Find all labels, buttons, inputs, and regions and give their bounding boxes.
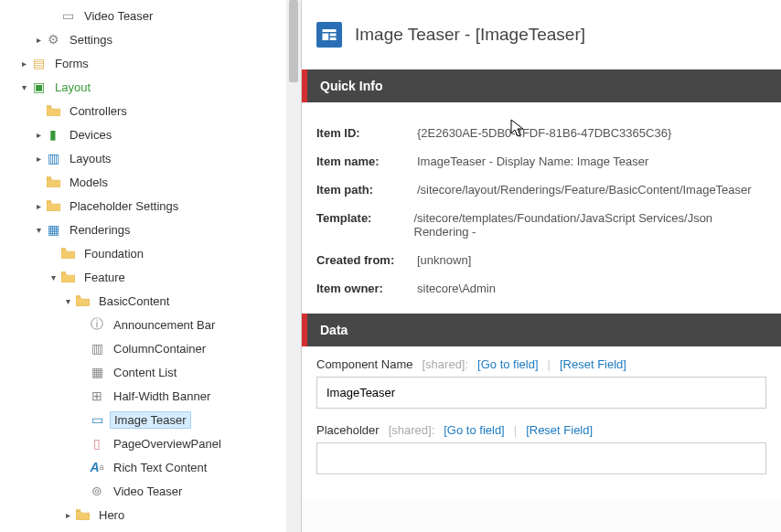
tree-item-column-container[interactable]: ▸▥ColumnContainer (0, 336, 301, 360)
tree-item-navigation[interactable]: ▸Navigation (0, 527, 301, 532)
page-title: Image Teaser - [ImageTeaser] (355, 25, 585, 45)
qi-value-created-from[interactable]: [unknown] (417, 253, 471, 267)
info-icon: ⓘ (90, 317, 104, 332)
tree-item-foundation[interactable]: ▸Foundation (0, 241, 301, 265)
qi-value-item-id[interactable]: {2E2630AE-5DB0-4FDF-81B6-47DBC3365C36} (417, 126, 671, 140)
quick-info-body: Item ID:{2E2630AE-5DB0-4FDF-81B6-47DBC33… (302, 102, 781, 314)
header-icon (316, 22, 342, 48)
folder-icon (46, 103, 60, 118)
tree-label: Controllers (66, 103, 131, 119)
go-to-field-link[interactable]: [Go to field] (444, 423, 504, 437)
field-placeholder: Placeholder [shared]: [Go to field] | [R… (316, 423, 766, 474)
tree-item-hero[interactable]: ▸Hero (0, 503, 301, 527)
folder-icon (75, 293, 90, 308)
scrollbar-thumb[interactable] (289, 0, 298, 82)
tree-item-settings[interactable]: ▸⚙Settings (0, 27, 301, 51)
tree-item-layout[interactable]: ▾▣Layout (0, 75, 301, 99)
qi-label-item-name: Item name: (316, 154, 417, 168)
tree-item-half-width-banner[interactable]: ▸⊞Half-Width Banner (0, 384, 301, 408)
collapse-toggle[interactable]: ▾ (48, 271, 59, 282)
tree-item-devices[interactable]: ▸▮Devices (0, 122, 301, 146)
field-label: Placeholder (316, 423, 380, 437)
expand-toggle[interactable]: ▸ (33, 200, 44, 211)
tree-label: ColumnContainer (110, 341, 209, 356)
tree-item-forms[interactable]: ▸▤Forms (0, 51, 301, 75)
video-icon: ⊚ (90, 484, 104, 498)
reset-field-link[interactable]: [Reset Field] (560, 357, 626, 371)
folder-icon (46, 175, 60, 189)
tree-label: Rich Text Content (110, 460, 210, 475)
qi-value-template[interactable]: /sitecore/templates/Foundation/JavaScrip… (414, 211, 767, 239)
qi-value-item-name[interactable]: ImageTeaser - Display Name: Image Teaser (417, 154, 648, 168)
shared-tag: [shared]: (389, 423, 435, 437)
expand-toggle[interactable]: ▸ (33, 34, 44, 45)
tree-item-placeholder-settings[interactable]: ▸Placeholder Settings (0, 194, 301, 218)
tree-item-page-overview-panel[interactable]: ▸▯PageOverviewPanel (0, 431, 301, 455)
qi-label-item-owner: Item owner: (316, 282, 417, 295)
qi-label-item-path: Item path: (316, 183, 417, 197)
grid-icon: ▦ (90, 365, 104, 379)
tree-item-controllers[interactable]: ▸Controllers (0, 99, 301, 122)
expand-toggle[interactable]: ▸ (62, 509, 73, 520)
folder-icon (46, 198, 60, 213)
tree-panel[interactable]: ▸▭Video Teaser ▸⚙Settings ▸▤Forms ▾▣Layo… (0, 0, 302, 532)
folder-icon (75, 507, 90, 522)
devices-icon: ▮ (46, 127, 60, 142)
tree-label: Video Teaser (110, 484, 186, 499)
collapse-toggle[interactable]: ▾ (62, 295, 73, 306)
layouts-icon: ▥ (46, 151, 60, 165)
reset-field-link[interactable]: [Reset Field] (526, 423, 593, 437)
column-icon: ▥ (90, 341, 104, 356)
tree-label: Hero (95, 507, 128, 523)
qi-value-item-owner[interactable]: sitecore\Admin (417, 282, 496, 295)
separator: | (514, 423, 517, 437)
tree-label: Forms (51, 56, 92, 71)
tree-label: Devices (66, 127, 115, 143)
placeholder-input[interactable] (316, 442, 766, 474)
expand-toggle[interactable]: ▸ (33, 153, 44, 164)
tree-item-feature[interactable]: ▾Feature (0, 265, 301, 289)
tree-label: BasicContent (95, 293, 173, 309)
qi-label-template: Template: (316, 211, 414, 239)
qi-label-item-id: Item ID: (316, 126, 417, 140)
tree-item-renderings[interactable]: ▾▦Renderings (0, 218, 301, 241)
tree-item-models[interactable]: ▸Models (0, 170, 301, 194)
tree-label: Image Teaser (110, 411, 191, 429)
expand-toggle[interactable]: ▸ (18, 58, 29, 69)
section-data[interactable]: Data (302, 314, 781, 346)
tree-item-basiccontent[interactable]: ▾BasicContent (0, 289, 301, 313)
collapse-toggle[interactable]: ▾ (18, 81, 29, 92)
qi-value-item-path[interactable]: /sitecore/layout/Renderings/Feature/Basi… (417, 183, 752, 197)
section-quick-info[interactable]: Quick Info (302, 69, 781, 102)
tree-scrollbar[interactable] (286, 0, 301, 532)
shared-tag: [shared]: (423, 357, 469, 371)
forms-icon: ▤ (31, 56, 46, 70)
tree-label: Placeholder Settings (66, 198, 182, 214)
field-component-name: Component Name [shared]: [Go to field] |… (316, 357, 766, 409)
tree-label: Content List (110, 365, 180, 380)
component-name-input[interactable] (316, 377, 766, 409)
tree-label: PageOverviewPanel (110, 436, 225, 452)
expand-toggle[interactable]: ▸ (33, 129, 44, 140)
tree-item-video-teaser-partial[interactable]: ▸▭Video Teaser (0, 4, 301, 27)
layout-icon: ▣ (31, 80, 46, 94)
tree-item-content-list[interactable]: ▸▦Content List (0, 360, 301, 384)
tree-item-rich-text-content[interactable]: ▸AaRich Text Content (0, 455, 301, 479)
image-teaser-icon: ▭ (90, 412, 104, 427)
tree-item-layouts[interactable]: ▸▥Layouts (0, 146, 301, 170)
tree-label: Layout (51, 80, 94, 95)
tree-item-image-teaser[interactable]: ▸▭Image Teaser (0, 408, 301, 431)
tree-label: Layouts (66, 151, 115, 166)
svg-rect-0 (323, 29, 337, 32)
collapse-toggle[interactable]: ▾ (33, 224, 44, 235)
tree-label: Renderings (66, 222, 134, 238)
tree-item-announcement-bar[interactable]: ▸ⓘAnnouncement Bar (0, 313, 301, 336)
text-icon: Aa (90, 460, 104, 474)
tree-item-video-teaser[interactable]: ▸⊚Video Teaser (0, 479, 301, 503)
tree-label: Half-Width Banner (110, 388, 214, 404)
svg-rect-1 (323, 34, 329, 41)
tree-label: Models (66, 175, 112, 190)
go-to-field-link[interactable]: [Go to field] (477, 357, 538, 371)
panel-icon: ▯ (90, 436, 104, 451)
folder-icon (60, 246, 75, 261)
